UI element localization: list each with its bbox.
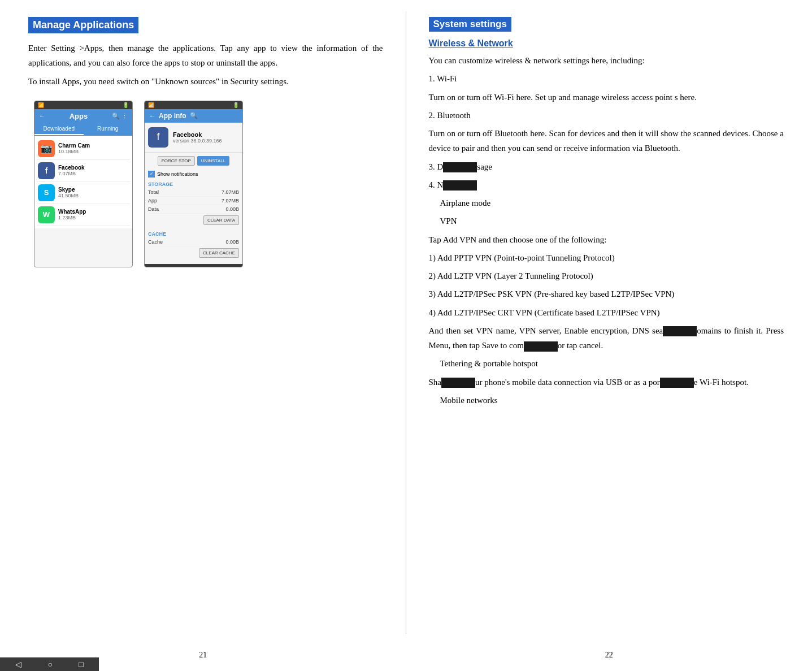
vpn-intro: Tap Add VPN and then choose one of the f… bbox=[429, 232, 784, 247]
cache-title: CACHE bbox=[148, 231, 239, 237]
list-item[interactable]: 📷 Charm Cam 10.18MB bbox=[37, 138, 130, 160]
left-page: Manage Applications Enter Setting >Apps,… bbox=[17, 11, 406, 634]
storage-title: STORAGE bbox=[148, 181, 239, 187]
redaction-3 bbox=[663, 326, 697, 336]
redaction-2 bbox=[443, 180, 477, 191]
vpn-item-1: 1) Add PPTP VPN (Point-to-point Tunnelin… bbox=[429, 250, 784, 265]
left-page-number: 21 bbox=[199, 651, 207, 660]
nav-home-icon-2[interactable]: ○ bbox=[192, 266, 197, 267]
apps-screenshot: 📶 🔋 ← Apps 🔍 ⋮ Downloaded Running 📷 bbox=[34, 101, 133, 267]
force-stop-button[interactable]: FORCE STOP bbox=[158, 156, 195, 166]
phone-screenshots: 📶 🔋 ← Apps 🔍 ⋮ Downloaded Running 📷 bbox=[34, 101, 383, 267]
app-icon-whatsapp: W bbox=[38, 206, 55, 223]
footer: 21 22 bbox=[0, 645, 812, 671]
storage-app-row: App7.07MB bbox=[148, 197, 239, 205]
tab-downloaded[interactable]: Downloaded bbox=[34, 123, 84, 135]
tethering-label: Tethering & portable hotspot bbox=[440, 356, 784, 371]
wifi-text: Turn on or turn off Wi-Fi here. Set up a… bbox=[429, 90, 784, 105]
app-icon-facebook: f bbox=[38, 162, 55, 179]
back-icon: ← bbox=[39, 112, 45, 119]
apps-title: Apps bbox=[70, 112, 88, 120]
storage-total-row: Total7.07MB bbox=[148, 188, 239, 197]
list-item[interactable]: S Skype 41.50MB bbox=[37, 182, 130, 204]
app-version-label: version 36.0.0.39.166 bbox=[173, 138, 222, 144]
wifi-heading: 1. Wi-Fi bbox=[429, 71, 784, 86]
redaction-6 bbox=[660, 378, 694, 388]
airplane-label: Airplane mode bbox=[440, 196, 784, 210]
list-item[interactable]: W WhatsApp 1.23MB bbox=[37, 204, 130, 226]
statusbar-1: 📶 🔋 bbox=[34, 101, 132, 109]
vpn-label: VPN bbox=[440, 214, 784, 228]
app-name-label: Facebook bbox=[173, 131, 222, 138]
more-heading: 4. N bbox=[429, 178, 784, 192]
appinfo-header: f Facebook version 36.0.0.39.166 bbox=[145, 123, 242, 153]
facebook-icon: f bbox=[148, 127, 168, 148]
show-notifications-label: Show notifications bbox=[157, 171, 198, 177]
apps-topbar: ← Apps 🔍 ⋮ bbox=[34, 109, 132, 123]
bt-text: Turn on or turn off Bluetooth here. Scan… bbox=[429, 126, 784, 156]
appinfo-topbar: ← App info 🔍 bbox=[145, 109, 242, 123]
appinfo-screenshot: 📶 🔋 ← App info 🔍 f Facebook version 36.0… bbox=[144, 101, 243, 267]
page-title: Manage Applications bbox=[28, 17, 138, 33]
appinfo-title: App info bbox=[159, 112, 186, 120]
tethering-text: Shaur phone's mobile data connection via… bbox=[429, 375, 784, 389]
mobile-label: Mobile networks bbox=[440, 393, 784, 408]
wireless-network-heading: Wireless & Network bbox=[429, 38, 784, 49]
cache-section: CACHE Cache0.00B CLEAR CACHE bbox=[145, 229, 242, 262]
nav-recent-icon-2[interactable]: □ bbox=[223, 266, 227, 267]
search-icon[interactable]: 🔍 bbox=[190, 112, 198, 119]
clear-cache-button[interactable]: CLEAR CACHE bbox=[199, 248, 239, 258]
clear-data-button[interactable]: CLEAR DATA bbox=[203, 215, 239, 225]
show-notifications-row: ✓ Show notifications bbox=[145, 169, 242, 179]
data-heading: 3. Dsage bbox=[429, 159, 784, 174]
vpn-finish-text: And then set VPN name, VPN server, Enabl… bbox=[429, 323, 784, 353]
apps-list: 📷 Charm Cam 10.18MB f Facebook 7.07MB bbox=[34, 136, 132, 228]
nav-bar-2: ◁ ○ □ bbox=[145, 264, 242, 267]
vpn-item-2: 2) Add L2TP VPN (Layer 2 Tunneling Proto… bbox=[429, 269, 784, 283]
back-icon: ← bbox=[149, 112, 155, 119]
statusbar-2: 📶 🔋 bbox=[145, 101, 242, 109]
vpn-item-4: 4) Add L2TP/IPSec CRT VPN (Certificate b… bbox=[429, 305, 784, 320]
apps-tabs: Downloaded Running bbox=[34, 123, 132, 136]
bt-heading: 2. Bluetooth bbox=[429, 108, 784, 123]
storage-section: STORAGE Total7.07MB App7.07MB Data0.00B … bbox=[145, 179, 242, 229]
uninstall-button[interactable]: UNINSTALL bbox=[197, 156, 229, 166]
redaction-4 bbox=[524, 341, 558, 352]
checkbox-checked-icon[interactable]: ✓ bbox=[148, 171, 155, 178]
redaction-1 bbox=[443, 162, 477, 172]
system-settings-heading: System settings bbox=[429, 17, 511, 32]
right-page-number: 22 bbox=[605, 651, 613, 660]
vpn-item-3: 3) Add L2TP/IPSec PSK VPN (Pre-shared ke… bbox=[429, 287, 784, 301]
nav-back-icon-2[interactable]: ◁ bbox=[160, 266, 166, 267]
left-para-1: Enter Setting >Apps, then manage the app… bbox=[28, 41, 383, 70]
wireless-intro: You can customize wireless & network set… bbox=[429, 53, 784, 68]
tab-running[interactable]: Running bbox=[84, 123, 133, 135]
storage-data-row: Data0.00B bbox=[148, 205, 239, 214]
right-page: System settings Wireless & Network You c… bbox=[406, 11, 796, 634]
left-para-2: To install Apps, you need switch on "Unk… bbox=[28, 75, 383, 89]
app-icon-skype: S bbox=[38, 184, 55, 201]
redaction-5 bbox=[441, 378, 475, 388]
appinfo-actions: FORCE STOP UNINSTALL bbox=[145, 153, 242, 169]
app-icon-charmcam: 📷 bbox=[38, 140, 55, 157]
cache-row: Cache0.00B bbox=[148, 238, 239, 246]
list-item[interactable]: f Facebook 7.07MB bbox=[37, 160, 130, 182]
